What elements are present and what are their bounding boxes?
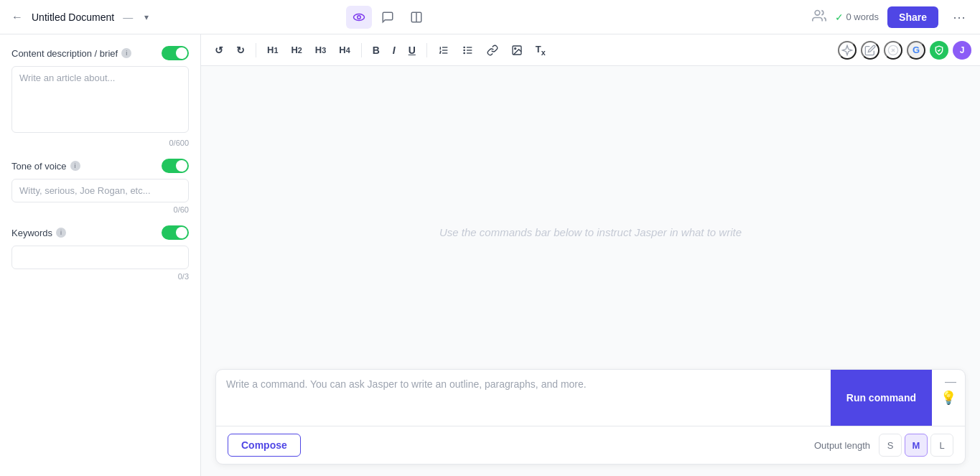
command-input-wrapper	[216, 370, 831, 426]
minimize-command-bar-button[interactable]: —	[945, 375, 956, 388]
editor-area: ↺ ↻ H1 H2 H3 H4 B I U	[201, 34, 980, 476]
shield-icon	[934, 45, 944, 55]
command-bar-top: Run command 💡 —	[216, 370, 965, 426]
words-count: ✓ 0 words	[835, 11, 879, 23]
nav-right-controls: ✓ 0 words Share ⋯	[812, 6, 971, 28]
underline-icon: U	[409, 45, 416, 56]
formatting-toolbar: ↺ ↻ H1 H2 H3 H4 B I U	[201, 34, 980, 66]
svg-point-11	[464, 47, 465, 47]
h2-button[interactable]: H2	[286, 41, 307, 59]
italic-icon: I	[393, 45, 396, 56]
back-arrow-icon: ←	[11, 11, 23, 24]
command-bar-bottom: Compose Output length S M L	[216, 426, 965, 464]
split-icon	[410, 11, 423, 24]
keywords-input[interactable]	[11, 246, 189, 269]
toolbar-separator-1	[256, 43, 256, 57]
keywords-char-count: 0/3	[11, 272, 189, 281]
tone-of-voice-field: Tone of voice i 0/60	[11, 159, 189, 214]
clear-format-button[interactable]: Tx	[531, 40, 551, 60]
nav-dropdown-button[interactable]: ▾	[141, 9, 151, 25]
nav-dash: —	[123, 11, 133, 23]
link-button[interactable]	[482, 41, 503, 60]
user-avatar-button[interactable]: J	[953, 41, 971, 60]
svg-point-12	[464, 50, 465, 50]
document-title: Untitled Document	[32, 11, 114, 23]
size-m-button[interactable]: M	[905, 434, 928, 457]
nav-view-controls	[346, 6, 429, 29]
keywords-info-icon[interactable]: i	[56, 228, 66, 238]
link-icon	[487, 45, 498, 56]
tone-char-count: 0/60	[11, 205, 189, 214]
shield-check-button[interactable]	[930, 41, 948, 60]
ordered-list-icon	[438, 45, 449, 56]
editor-canvas[interactable]: Use the commands bar below to instruct J…	[318, 109, 864, 355]
command-bar: Run command 💡 — Compose Output length S …	[215, 369, 966, 465]
run-command-button[interactable]: Run command	[831, 370, 932, 426]
eye-icon	[353, 11, 365, 24]
toolbar-right-icons: G J	[838, 41, 971, 60]
chat-mode-button[interactable]	[375, 6, 401, 29]
main-layout: Content description / brief i 0/600 Tone…	[0, 34, 980, 476]
image-icon	[511, 45, 523, 56]
italic-button[interactable]: I	[388, 41, 401, 60]
h1-button[interactable]: H1	[262, 41, 283, 59]
bold-button[interactable]: B	[368, 41, 385, 60]
editor-content[interactable]: Use the commands bar below to instruct J…	[201, 66, 980, 369]
size-l-button[interactable]: L	[930, 434, 953, 457]
redo-icon: ↻	[236, 45, 245, 56]
content-toggle[interactable]	[162, 46, 189, 60]
circle-x-button[interactable]	[884, 41, 902, 60]
content-description-label: Content description / brief i	[11, 48, 131, 59]
share-button[interactable]: Share	[887, 6, 938, 28]
svg-point-0	[353, 14, 364, 20]
ordered-list-button[interactable]	[433, 41, 454, 60]
edit-button[interactable]	[861, 41, 879, 60]
tone-input[interactable]	[11, 179, 189, 202]
toolbar-separator-2	[361, 43, 362, 57]
clear-format-icon: Tx	[536, 44, 546, 57]
toolbar-separator-3	[426, 43, 427, 57]
bullet-list-icon	[462, 45, 474, 56]
length-options: S M L	[879, 434, 953, 457]
tone-label: Tone of voice i	[11, 161, 80, 172]
compose-button[interactable]: Compose	[228, 434, 301, 457]
content-description-textarea[interactable]	[11, 66, 189, 133]
sparkle-button[interactable]	[838, 41, 857, 60]
bullet-list-button[interactable]	[457, 41, 479, 60]
size-s-button[interactable]: S	[879, 434, 902, 457]
preview-mode-button[interactable]	[346, 6, 372, 29]
h4-button[interactable]: H4	[334, 41, 355, 59]
underline-button[interactable]: U	[403, 41, 421, 60]
redo-button[interactable]: ↻	[231, 41, 250, 60]
more-options-button[interactable]: ⋯	[947, 6, 971, 28]
editor-placeholder: Use the commands bar below to instruct J…	[439, 226, 742, 238]
check-icon: ✓	[835, 11, 844, 23]
tone-label-row: Tone of voice i	[11, 159, 189, 173]
back-button[interactable]: ←	[9, 8, 26, 27]
tone-toggle[interactable]	[162, 159, 189, 173]
svg-point-15	[514, 47, 515, 49]
keywords-toggle[interactable]	[162, 225, 189, 240]
users-icon	[812, 9, 826, 26]
content-description-field: Content description / brief i 0/600	[11, 46, 189, 147]
undo-button[interactable]: ↺	[210, 41, 228, 60]
command-input[interactable]	[226, 378, 821, 414]
sidebar: Content description / brief i 0/600 Tone…	[0, 34, 201, 476]
tone-info-icon[interactable]: i	[70, 161, 80, 171]
google-button[interactable]: G	[907, 41, 925, 60]
svg-point-1	[357, 15, 360, 19]
dropdown-icon: ▾	[144, 12, 149, 22]
h3-button[interactable]: H3	[310, 41, 331, 59]
content-info-icon[interactable]: i	[121, 48, 131, 58]
keywords-field: Keywords i 0/3	[11, 225, 189, 281]
word-count-label: 0 words	[846, 11, 879, 22]
image-button[interactable]	[506, 41, 528, 60]
top-nav: ← Untitled Document — ▾ ✓ 0 words Share …	[0, 0, 980, 34]
svg-point-13	[464, 52, 465, 53]
keywords-label-row: Keywords i	[11, 225, 189, 240]
output-length-label: Output length	[814, 440, 870, 451]
keywords-label: Keywords i	[11, 228, 66, 238]
split-mode-button[interactable]	[403, 6, 429, 29]
svg-point-4	[815, 10, 820, 15]
chat-icon	[381, 11, 394, 24]
